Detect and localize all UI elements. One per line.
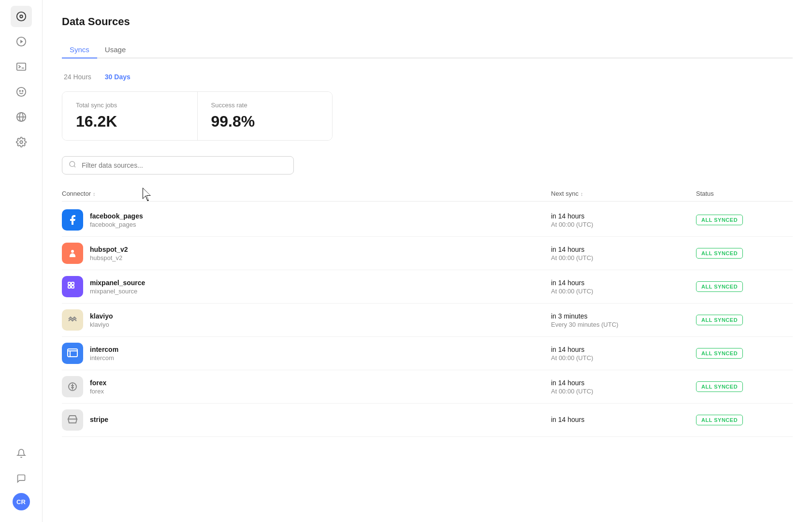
next-sync-cell: in 14 hours At 00:00 (UTC) — [551, 279, 696, 295]
table-row[interactable]: hubspot_v2 hubspot_v2 in 14 hours At 00:… — [62, 237, 793, 270]
connector-cell: stripe — [62, 409, 551, 431]
next-sync-cell: in 14 hours At 00:00 (UTC) — [551, 246, 696, 261]
stat-success-label: Success rate — [211, 102, 319, 109]
next-sync-cell: in 14 hours At 00:00 (UTC) — [551, 346, 696, 362]
col-next-sync: Next sync ↕ — [551, 190, 696, 197]
connector-sub: mixpanel_source — [90, 288, 145, 295]
next-sync-cell: in 14 hours At 00:00 (UTC) — [551, 212, 696, 228]
svg-marker-3 — [20, 40, 23, 43]
status-cell: ALL SYNCED — [696, 381, 793, 392]
svg-point-13 — [70, 161, 75, 167]
sidebar-icon-home[interactable] — [11, 6, 32, 27]
svg-point-8 — [22, 90, 23, 91]
connector-info: stripe — [90, 416, 108, 424]
svg-rect-4 — [16, 63, 25, 71]
next-sync-time: in 14 hours — [551, 346, 696, 353]
status-cell: ALL SYNCED — [696, 215, 793, 225]
next-sync-time: in 14 hours — [551, 379, 696, 387]
svg-point-6 — [16, 87, 25, 96]
connector-cell: facebook_pages facebook_pages — [62, 209, 551, 231]
svg-point-15 — [71, 250, 74, 253]
svg-rect-18 — [68, 286, 71, 288]
stats-row: Total sync jobs 16.2K Success rate 99.8% — [62, 91, 333, 141]
sort-connector-icon[interactable]: ↕ — [93, 191, 96, 197]
connector-sub: forex — [90, 388, 106, 395]
sidebar-icon-settings[interactable] — [11, 131, 32, 153]
next-sync-time: in 3 minutes — [551, 312, 696, 320]
table-row[interactable]: mixpanel_source mixpanel_source in 14 ho… — [62, 270, 793, 304]
table-row[interactable]: facebook_pages facebook_pages in 14 hour… — [62, 203, 793, 237]
sidebar-icon-globe[interactable] — [11, 106, 32, 128]
sidebar-icon-face[interactable] — [11, 81, 32, 102]
table-row[interactable]: klaviyo klaviyo in 3 minutes Every 30 mi… — [62, 304, 793, 337]
main-content: Data Sources Syncs Usage 24 Hours 30 Day… — [43, 0, 812, 522]
connector-cell: hubspot_v2 hubspot_v2 — [62, 243, 551, 264]
connector-info: intercom intercom — [90, 346, 118, 362]
next-sync-time: in 14 hours — [551, 212, 696, 220]
stat-success-value: 99.8% — [211, 113, 319, 130]
connector-name: forex — [90, 379, 106, 387]
connector-sub: hubspot_v2 — [90, 254, 128, 261]
avatar[interactable]: CR — [13, 493, 30, 510]
next-sync-utc: At 00:00 (UTC) — [551, 254, 696, 261]
search-icon — [69, 160, 76, 170]
connector-logo-mp — [62, 276, 83, 297]
status-badge: ALL SYNCED — [696, 248, 743, 259]
next-sync-cell: in 3 minutes Every 30 minutes (UTC) — [551, 312, 696, 328]
status-badge: ALL SYNCED — [696, 348, 743, 359]
sidebar: CR — [0, 0, 43, 522]
connector-logo-hs — [62, 243, 83, 264]
status-badge: ALL SYNCED — [696, 315, 743, 325]
svg-point-1 — [20, 15, 23, 18]
connector-logo-st — [62, 409, 83, 431]
table-body: facebook_pages facebook_pages in 14 hour… — [62, 203, 793, 437]
chat-icon[interactable] — [11, 468, 32, 489]
tab-syncs[interactable]: Syncs — [62, 42, 97, 58]
svg-rect-19 — [72, 286, 74, 288]
stat-success-rate: Success rate 99.8% — [197, 92, 333, 140]
table-row[interactable]: forex forex in 14 hours At 00:00 (UTC) A… — [62, 370, 793, 404]
col-connector: Connector ↕ — [62, 190, 551, 197]
table-container: Connector ↕ Next sync ↕ Status facebook_… — [62, 186, 793, 437]
svg-rect-20 — [68, 349, 77, 357]
connector-name: facebook_pages — [90, 212, 143, 220]
connector-logo-fb — [62, 209, 83, 231]
next-sync-utc: Every 30 minutes (UTC) — [551, 321, 696, 328]
svg-rect-17 — [72, 282, 74, 285]
connector-info: forex forex — [90, 379, 106, 395]
connector-cell: intercom intercom — [62, 343, 551, 364]
search-input[interactable] — [62, 156, 294, 174]
svg-point-12 — [20, 141, 23, 144]
table-row[interactable]: intercom intercom in 14 hours At 00:00 (… — [62, 337, 793, 370]
connector-logo-kl — [62, 309, 83, 331]
connector-name: stripe — [90, 416, 108, 423]
status-badge: ALL SYNCED — [696, 415, 743, 425]
connector-cell: forex forex — [62, 376, 551, 397]
connector-logo-ic — [62, 343, 83, 364]
sidebar-icon-play[interactable] — [11, 31, 32, 52]
bell-icon[interactable] — [11, 443, 32, 464]
filter-24h[interactable]: 24 Hours — [62, 72, 93, 82]
connector-sub: facebook_pages — [90, 221, 143, 228]
connector-name: intercom — [90, 346, 118, 353]
svg-line-14 — [74, 166, 75, 167]
status-badge: ALL SYNCED — [696, 215, 743, 225]
status-cell: ALL SYNCED — [696, 315, 793, 325]
tab-usage[interactable]: Usage — [97, 42, 133, 58]
next-sync-time: in 14 hours — [551, 279, 696, 287]
svg-rect-16 — [68, 282, 71, 285]
page-title: Data Sources — [62, 15, 793, 28]
next-sync-time: in 14 hours — [551, 416, 696, 423]
next-sync-time: in 14 hours — [551, 246, 696, 253]
time-filter: 24 Hours 30 Days — [62, 72, 793, 82]
connector-info: klaviyo klaviyo — [90, 312, 113, 328]
filter-30d[interactable]: 30 Days — [103, 72, 132, 82]
sort-nextsync-icon[interactable]: ↕ — [580, 191, 583, 197]
sidebar-icon-terminal[interactable] — [11, 56, 32, 77]
connector-info: hubspot_v2 hubspot_v2 — [90, 246, 128, 261]
table-row[interactable]: stripe in 14 hours ALL SYNCED — [62, 404, 793, 437]
col-status: Status — [696, 190, 793, 197]
status-badge: ALL SYNCED — [696, 381, 743, 392]
table-header: Connector ↕ Next sync ↕ Status — [62, 186, 793, 202]
status-cell: ALL SYNCED — [696, 281, 793, 292]
